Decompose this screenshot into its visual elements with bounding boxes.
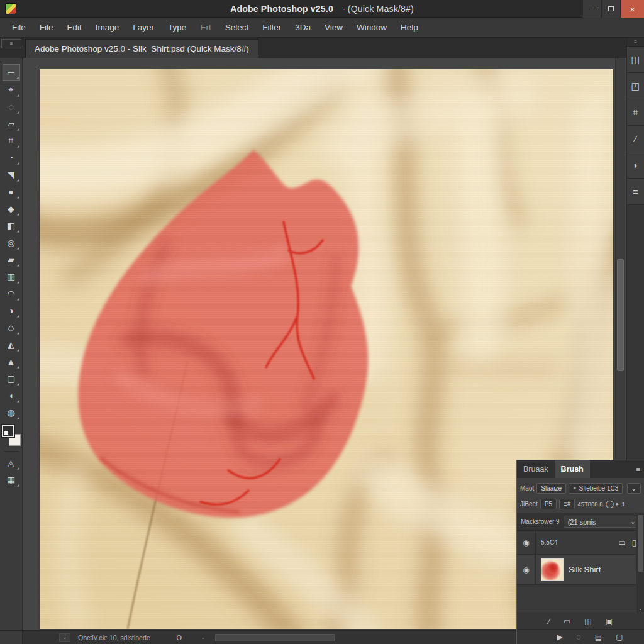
visibility-eye-icon[interactable]: ◉	[517, 555, 536, 584]
play-icon[interactable]: ▶	[557, 633, 562, 641]
status-text: QbctiV.ck: 10, sdistinede	[78, 634, 150, 641]
polygonal-lasso-tool[interactable]: ▱	[3, 115, 20, 132]
tools-panel: ▭⌖◌▱⌗◔◥●◆◧◎▰▥◠◑◇◭▲▢◖◍ ◬▦	[0, 58, 23, 630]
menu-image[interactable]: Image	[89, 23, 126, 32]
visibility-eye-icon[interactable]: ◉	[517, 531, 536, 554]
layer-thumbnail[interactable]	[541, 558, 564, 581]
menu-file[interactable]: File	[5, 23, 33, 32]
pen-tool[interactable]: ◇	[3, 319, 20, 336]
p5-button[interactable]: P5	[540, 499, 557, 509]
zoom-tool[interactable]: ◍	[3, 404, 20, 421]
document-tab[interactable]: Adobe Photoshop v25.0 - Silk_Shirt.psd (…	[25, 39, 258, 58]
count-value: 1	[622, 501, 625, 508]
new-layer-icon[interactable]: ▢	[616, 633, 623, 641]
preset-row: Macksfower 9 (21 spnis ⌄	[517, 513, 644, 531]
camera-panel-icon[interactable]: ◫	[627, 47, 644, 73]
expand-arrow[interactable]: ▸	[616, 501, 619, 507]
path-selection-tool[interactable]: ▲	[3, 353, 20, 370]
status-dropdown-chevron[interactable]: ⌄	[59, 633, 70, 642]
panel-scrollbar-thumb[interactable]	[638, 515, 643, 572]
menu-view[interactable]: View	[318, 23, 350, 32]
healing-brush-tool[interactable]: ●	[3, 183, 20, 200]
tab-brush[interactable]: Brush	[555, 460, 590, 478]
maximize-button[interactable]	[601, 0, 620, 18]
brush-preset-value: Sflebeibe 1C3	[579, 485, 618, 492]
toolbar-divider	[4, 451, 19, 452]
lasso-icon[interactable]: ◌	[577, 633, 581, 641]
preset-chevron-button[interactable]: ⌄	[627, 483, 641, 494]
move-tool[interactable]: ⌖	[3, 81, 20, 98]
status-chevron-icon[interactable]: ⌄	[201, 635, 205, 640]
history-brush-tool[interactable]: ◎	[3, 234, 20, 251]
screen-mode-button[interactable]: ▦	[3, 471, 20, 488]
menu-ert[interactable]: Ert	[193, 23, 218, 32]
horizontal-scrollbar-thumb[interactable]	[215, 634, 335, 641]
title-bar: Adobe Photoshop v25.0- (Quick Mask/8#) −…	[0, 0, 644, 18]
right-strip-header[interactable]: ≡	[627, 38, 644, 47]
preset-dropdown-value: (21 spnis	[568, 518, 596, 526]
blur-tool[interactable]: ◠	[3, 285, 20, 302]
app-icon	[6, 4, 16, 14]
menu-file[interactable]: File	[33, 23, 60, 32]
marquee-tool[interactable]: ▭	[3, 64, 20, 81]
menu-edit[interactable]: Edit	[60, 23, 89, 32]
folder-icon[interactable]: ▤	[595, 633, 602, 641]
menu-3da[interactable]: 3Da	[288, 23, 318, 32]
menu-select[interactable]: Select	[218, 23, 256, 32]
menu-help[interactable]: Help	[394, 23, 425, 32]
type-tool[interactable]: ◭	[3, 336, 20, 353]
gradient-tool[interactable]: ▥	[3, 268, 20, 285]
jitter-label: JiBeet	[520, 501, 538, 508]
vertical-scrollbar-thumb[interactable]	[617, 259, 624, 371]
notes-panel-icon[interactable]: ≡	[627, 179, 644, 205]
hardness-button[interactable]: ≡#	[559, 499, 575, 509]
bucket-panel-icon[interactable]: ◳	[627, 73, 644, 99]
window-controls: − ×	[582, 0, 644, 18]
toolbar-collapse-icon[interactable]: ≡	[1, 39, 21, 48]
size-button[interactable]: Slaaize	[536, 483, 566, 494]
close-button[interactable]: ×	[620, 0, 644, 18]
maximize-icon	[608, 6, 614, 11]
new-preset-icon[interactable]: ▣	[606, 617, 613, 626]
crop-panel-icon[interactable]: ⌗	[627, 99, 644, 126]
eyedropper-tool[interactable]: ◥	[3, 166, 20, 183]
layer-row-mask[interactable]: ◉ 5.5C4 ▭ ◫	[517, 531, 644, 555]
brush-tool[interactable]: ◆	[3, 200, 20, 217]
frame-icon[interactable]: ▭	[564, 617, 570, 626]
brush-controls: Maot Slaaize ● Sflebeibe 1C3 ⌄ JiBeet P5…	[517, 478, 644, 513]
window-title-main: Adobe Photoshop v25.0	[230, 4, 333, 14]
menu-type[interactable]: Type	[161, 23, 193, 32]
window-title-suffix: - (Quick Mask/8#)	[342, 4, 414, 14]
preset-dropdown[interactable]: (21 spnis ⌄	[564, 516, 640, 528]
brush-tip-icon: ●	[573, 485, 576, 491]
tab-bruaak[interactable]: Bruaak	[517, 460, 555, 478]
minimize-button[interactable]: −	[582, 0, 601, 18]
hand-tool[interactable]: ◖	[3, 387, 20, 404]
menu-filter[interactable]: Filter	[255, 23, 288, 32]
magic-wand-tool[interactable]: ⌗	[3, 132, 20, 149]
pencil-icon[interactable]: ∕	[548, 617, 550, 626]
layers-empty-area: ⌄	[517, 585, 644, 613]
brush-preset-dropdown[interactable]: ● Sflebeibe 1C3	[569, 483, 623, 494]
eraser-tool[interactable]: ▰	[3, 251, 20, 268]
mask-rect-icon[interactable]: ▭	[618, 538, 625, 547]
camera-icon[interactable]: ◫	[584, 617, 591, 626]
menu-window[interactable]: Window	[350, 23, 394, 32]
layer-row-silk-shirt[interactable]: ◉ Silk Shirt	[517, 555, 644, 585]
menu-bar: FileFileEditImageLayerTypeErtSelectFilte…	[0, 18, 644, 38]
panel-scrollbar[interactable]: ⌄	[636, 513, 644, 613]
smudge-panel-icon[interactable]: ◗	[627, 152, 644, 179]
panel-menu-icon[interactable]: ≡	[633, 460, 644, 478]
scroll-down-chevron-icon[interactable]: ⌄	[636, 605, 644, 611]
clone-stamp-tool[interactable]: ◧	[3, 217, 20, 234]
menu-layer[interactable]: Layer	[126, 23, 161, 32]
pen-panel-icon[interactable]: ∕	[627, 126, 644, 152]
lasso-tool[interactable]: ◌	[3, 98, 20, 115]
shape-tool[interactable]: ▢	[3, 370, 20, 387]
quick-mask-mode-button[interactable]: ◬	[3, 454, 20, 471]
dodge-tool[interactable]: ◑	[3, 302, 20, 319]
brush-value-text: 45T808.8	[577, 501, 602, 508]
brush-shape-circle[interactable]: ◯	[606, 499, 614, 508]
crop-tool[interactable]: ◔	[3, 149, 20, 166]
foreground-color-swatch[interactable]	[2, 425, 14, 437]
